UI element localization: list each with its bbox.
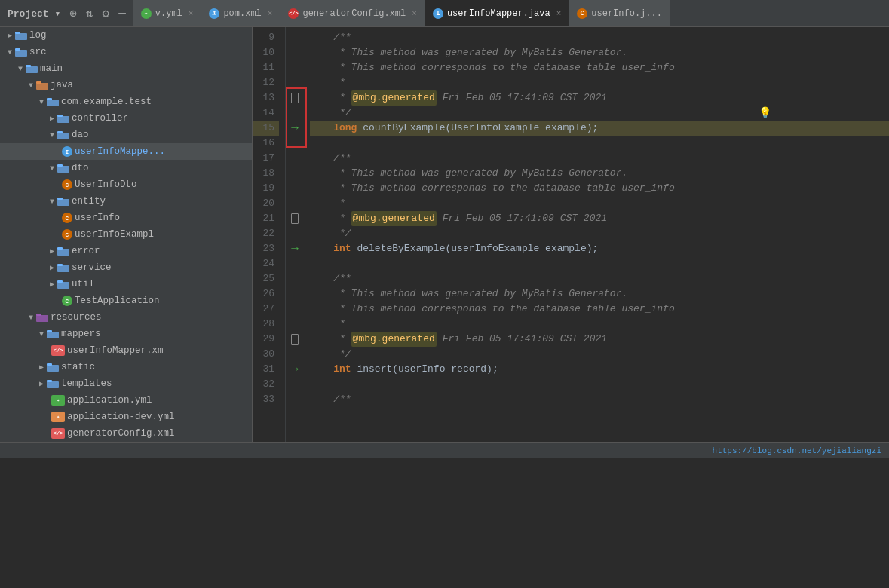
code-content[interactable]: /** * This method was generated by MyBat…	[304, 27, 889, 442]
sidebar-item-appdevyml[interactable]: ✦ application-dev.yml	[0, 409, 252, 425]
svg-rect-25	[36, 314, 41, 316]
tab-label-vyml: v.yml	[155, 8, 182, 19]
sidebar-item-templates[interactable]: ▶ templates	[0, 375, 252, 392]
label-service: service	[72, 262, 112, 273]
label-userinfomapperxml: userInfoMapper.xm	[67, 345, 164, 356]
sidebar-item-error[interactable]: ▶ error	[0, 243, 252, 259]
add-icon[interactable]: ⊕	[66, 5, 80, 23]
gutter-18	[286, 166, 304, 181]
sidebar-item-dao[interactable]: ▼ dao	[0, 127, 252, 143]
line-14: 14	[253, 106, 279, 121]
label-main: main	[40, 63, 63, 74]
sidebar-item-com[interactable]: ▼ com.example.test	[0, 93, 252, 110]
layout-icon[interactable]: ⇅	[83, 5, 97, 23]
gutter-16	[286, 136, 304, 151]
label-userinfomapper: userInfoMappe...	[75, 146, 165, 157]
code-line-10: * This method was generated by MyBatis G…	[310, 45, 889, 60]
code-line-30: */	[310, 347, 889, 362]
folder-icon-templates	[47, 379, 59, 388]
code-line-33: /**	[310, 392, 889, 407]
svg-rect-30	[47, 381, 59, 388]
sidebar-item-appyml[interactable]: ✦ application.yml	[0, 392, 252, 409]
gutter-14	[286, 106, 304, 121]
sidebar-item-mappers[interactable]: ▼ mappers	[0, 326, 252, 342]
settings-icon[interactable]: ⚙	[100, 5, 113, 23]
label-dao: dao	[72, 130, 89, 140]
svg-rect-10	[57, 116, 69, 123]
label-templates: templates	[61, 378, 112, 389]
sidebar-item-userinfo[interactable]: C userInfo	[0, 210, 252, 226]
bookmark-13	[291, 93, 299, 103]
badge-userinfomapper: I	[62, 146, 72, 157]
folder-icon-service	[57, 263, 69, 272]
gutter-26	[286, 286, 304, 302]
gutter-12	[286, 75, 304, 90]
gutter-31: →	[286, 362, 304, 377]
sidebar-item-userinfoexample[interactable]: C userInfoExampl	[0, 226, 252, 243]
sidebar-item-main[interactable]: ▼ main	[0, 60, 252, 77]
code-line-22: */	[310, 226, 889, 241]
code-line-11: * This method corresponds to the databas…	[310, 60, 889, 75]
code-line-17: /**	[310, 151, 889, 166]
line-20: 20	[253, 196, 279, 211]
code-line-21: * @mbg.generated Fri Feb 05 17:41:09 CST…	[310, 211, 889, 226]
line-28: 28	[253, 317, 279, 332]
sidebar-item-controller[interactable]: ▶ controller	[0, 110, 252, 127]
tab-close-userinfomapper[interactable]: ×	[556, 9, 562, 18]
sidebar-item-userinfomapperxml[interactable]: </> userInfoMapper.xm	[0, 342, 252, 359]
sidebar-item-generatorconfigxml[interactable]: </> generatorConfig.xml	[0, 425, 252, 442]
sidebar-item-log[interactable]: ▶ log	[0, 27, 252, 44]
sidebar-item-java[interactable]: ▼ java	[0, 77, 252, 93]
sidebar-item-userinfodto[interactable]: C UserInfoDto	[0, 176, 252, 193]
arrow-dto: ▼	[47, 164, 57, 173]
label-entity: entity	[72, 196, 106, 207]
line-33: 33	[253, 392, 279, 407]
status-url[interactable]: https://blog.csdn.net/yejialiangzi	[713, 446, 881, 455]
sidebar-item-service[interactable]: ▶ service	[0, 259, 252, 276]
tab-icon-userinfomapper: I	[433, 8, 443, 19]
folder-icon-controller	[57, 114, 69, 123]
sidebar-item-entity[interactable]: ▼ entity	[0, 193, 252, 210]
sidebar-item-resources[interactable]: ▼ resources	[0, 309, 252, 326]
badge-generatorconfigxml: </>	[51, 428, 65, 439]
sidebar[interactable]: ▶ log ▼ src ▼	[0, 27, 253, 442]
label-controller: controller	[72, 113, 128, 124]
bookmark-21	[291, 213, 299, 224]
folder-icon-resources	[36, 313, 48, 322]
lightbulb-icon[interactable]: 💡	[759, 106, 771, 121]
svg-rect-5	[26, 65, 31, 67]
svg-rect-26	[47, 332, 59, 338]
line-10: 10	[253, 45, 279, 60]
line-17: 17	[253, 151, 279, 166]
app-window: Project ▾ ⊕ ⇅ ⚙ — ✦ v.yml × m pom.xml × …	[0, 0, 889, 458]
code-line-18: * This method was generated by MyBatis G…	[310, 166, 889, 181]
tab-userinfomapper[interactable]: I userInfoMapper.java ×	[425, 0, 569, 26]
sidebar-item-dto[interactable]: ▼ dto	[0, 160, 252, 176]
tab-userinfoj[interactable]: C userInfo.j...	[569, 0, 670, 26]
svg-rect-21	[57, 264, 63, 266]
sidebar-item-util[interactable]: ▶ util	[0, 276, 252, 292]
sidebar-item-src[interactable]: ▼ src	[0, 44, 252, 60]
tab-close-vyml[interactable]: ×	[189, 9, 194, 18]
gutter-11	[286, 60, 304, 75]
label-com: com.example.test	[61, 96, 152, 107]
line-16: 16	[253, 136, 279, 151]
code-line-15: long countByExample(UserInfoExample exam…	[310, 121, 889, 136]
sidebar-item-testapplication[interactable]: C TestApplication	[0, 292, 252, 309]
svg-rect-16	[57, 199, 69, 206]
editor-area: 9 10 11 12 13 14 15 16 17 18 19 20 21 22…	[253, 27, 889, 442]
project-dropdown[interactable]: Project ▾	[5, 6, 63, 21]
tab-close-generatorconfig[interactable]: ×	[412, 9, 417, 18]
tab-vyml[interactable]: ✦ v.yml ×	[133, 0, 202, 26]
gutter-21	[286, 211, 304, 226]
sidebar-item-userinfomapper[interactable]: I userInfoMappe...	[0, 143, 252, 160]
tab-pomxml[interactable]: m pom.xml ×	[201, 0, 280, 26]
tab-label-userinfomapper: userInfoMapper.java	[447, 8, 550, 19]
label-generatorconfigxml: generatorConfig.xml	[67, 428, 175, 439]
code-line-13: * @mbg.generated Fri Feb 05 17:41:09 CST…	[310, 90, 889, 106]
minimize-icon[interactable]: —	[115, 5, 129, 22]
tab-generatorconfig[interactable]: </> generatorConfig.xml ×	[280, 0, 425, 26]
tab-close-pomxml[interactable]: ×	[268, 9, 273, 18]
tab-label-pomxml: pom.xml	[223, 8, 261, 19]
sidebar-item-static[interactable]: ▶ static	[0, 359, 252, 375]
